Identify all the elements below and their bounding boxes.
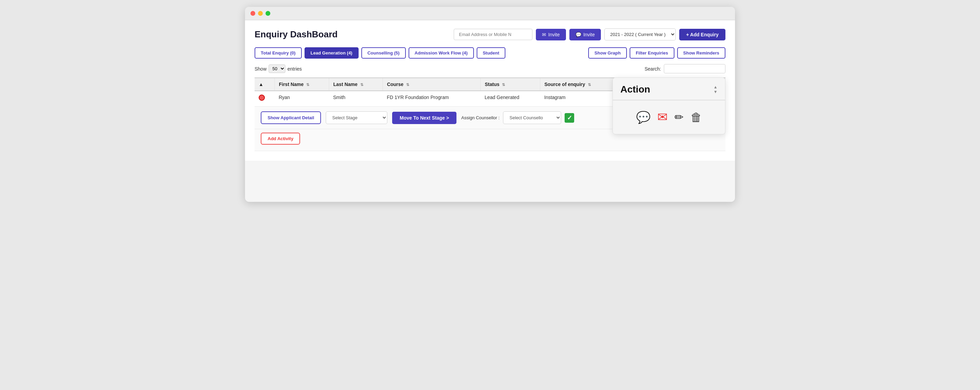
col-course: Course ⇅ <box>383 78 480 91</box>
sort-icon-first-name: ⇅ <box>306 83 309 87</box>
header-actions: ✉ Invite 💬 Invite 2021 - 2022 ( Current … <box>454 29 725 40</box>
table-wrapper: ▲ First Name ⇅ Last Name ⇅ Course ⇅ <box>255 77 725 151</box>
search-right: Search: <box>645 64 725 74</box>
assign-counsellor-label: Assign Counsellor : <box>461 115 500 120</box>
entries-select[interactable]: 50 <box>269 64 285 73</box>
tab-counselling[interactable]: Counselling (5) <box>361 47 406 59</box>
sort-icon-source: ⇅ <box>588 83 591 87</box>
action-sort-arrows: ▲ ▼ <box>713 85 718 94</box>
stage-select[interactable]: Select Stage <box>326 111 387 124</box>
title-bar <box>245 7 735 20</box>
envelope-icon: ✉ <box>542 32 546 37</box>
row-stop-icon[interactable] <box>259 94 265 101</box>
col-first-name: First Name ⇅ <box>274 78 329 91</box>
action-popup-title: Action <box>620 84 650 95</box>
sort-up-icon: ▲ <box>259 82 264 87</box>
cell-source: Instagram <box>540 91 617 107</box>
entries-left: Show 50 entries <box>255 64 302 73</box>
tab-lead-generation[interactable]: Lead Generation (4) <box>305 47 359 59</box>
maximize-button[interactable] <box>266 11 270 16</box>
page-title: Enquiry DashBoard <box>255 29 338 40</box>
popup-delete-icon[interactable]: 🗑 <box>690 111 702 124</box>
sort-icon-last-name: ⇅ <box>360 83 363 87</box>
cell-status: Lead Generated <box>480 91 540 107</box>
invite-whatsapp-button[interactable]: 💬 Invite <box>570 29 601 40</box>
page-content: Enquiry DashBoard ✉ Invite 💬 Invite 2021… <box>245 20 735 161</box>
main-window: Enquiry DashBoard ✉ Invite 💬 Invite 2021… <box>245 7 735 202</box>
tabs-row: Total Enquiry (0) Lead Generation (4) Co… <box>255 47 725 59</box>
sort-icon-course: ⇅ <box>406 83 409 87</box>
tabs-left: Total Enquiry (0) Lead Generation (4) Co… <box>255 47 505 59</box>
col-last-name: Last Name ⇅ <box>329 78 383 91</box>
action-popup: Action ▲ ▼ 💬 ✉ ✏ 🗑 <box>612 77 725 134</box>
counsellor-select[interactable]: Select Counsello <box>503 111 561 124</box>
tab-admission-workflow[interactable]: Admission Work Flow (4) <box>409 47 474 59</box>
sort-up-arrow: ▲ <box>713 85 718 90</box>
header-row: Enquiry DashBoard ✉ Invite 💬 Invite 2021… <box>255 29 725 40</box>
show-applicant-detail-button[interactable]: Show Applicant Detail <box>261 111 321 124</box>
close-button[interactable] <box>250 11 255 16</box>
show-reminders-button[interactable]: Show Reminders <box>677 47 725 59</box>
row-indicator-cell <box>255 91 274 107</box>
entries-label: entries <box>288 66 302 72</box>
invite-email-button[interactable]: ✉ Invite <box>536 29 566 40</box>
popup-whatsapp-icon[interactable]: 💬 <box>636 110 651 124</box>
tabs-right: Show Graph Filter Enquiries Show Reminde… <box>588 47 725 59</box>
popup-edit-icon[interactable]: ✏ <box>675 111 684 124</box>
email-input[interactable] <box>454 29 533 40</box>
move-to-next-stage-button[interactable]: Move To Next Stage > <box>392 112 457 124</box>
action-popup-header: Action ▲ ▼ <box>613 78 725 101</box>
action-popup-icons: 💬 ✉ ✏ 🗑 <box>613 101 725 134</box>
add-enquiry-button[interactable]: + Add Enquiry <box>679 29 725 40</box>
popup-email-icon[interactable]: ✉ <box>657 110 668 125</box>
tab-total-enquiry[interactable]: Total Enquiry (0) <box>255 47 302 59</box>
col-source: Source of enquiry ⇅ <box>540 78 617 91</box>
assign-counsellor-section: Assign Counsellor : Select Counsello <box>461 111 574 124</box>
minimize-button[interactable] <box>258 11 263 16</box>
cell-last-name: Smith <box>329 91 383 107</box>
search-label: Search: <box>645 66 661 72</box>
whatsapp-icon: 💬 <box>576 32 581 37</box>
search-input[interactable] <box>664 64 725 74</box>
cell-first-name: Ryan <box>274 91 329 107</box>
cell-course: FD 1YR Foundation Program <box>383 91 480 107</box>
entries-row: Show 50 entries Search: <box>255 64 725 74</box>
year-select[interactable]: 2021 - 2022 ( Current Year ) <box>604 29 676 40</box>
col-indicator: ▲ <box>255 78 274 91</box>
col-status: Status ⇅ <box>480 78 540 91</box>
sort-icon-status: ⇅ <box>502 83 505 87</box>
show-label: Show <box>255 66 267 72</box>
filter-enquiries-button[interactable]: Filter Enquiries <box>630 47 675 59</box>
confirm-counsellor-checkbox[interactable] <box>565 113 574 123</box>
tab-student[interactable]: Student <box>477 47 505 59</box>
sort-down-arrow: ▼ <box>713 90 718 94</box>
show-graph-button[interactable]: Show Graph <box>588 47 627 59</box>
add-activity-button[interactable]: Add Activity <box>261 133 300 145</box>
